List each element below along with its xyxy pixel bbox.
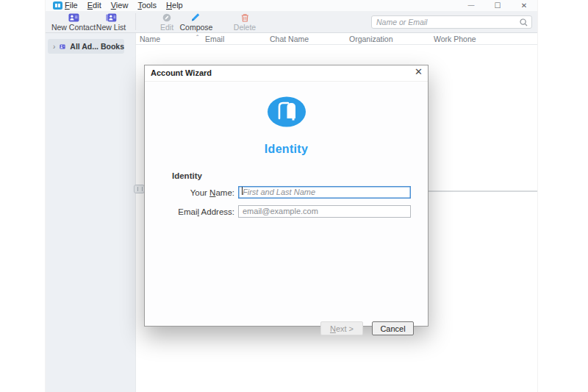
menu-view[interactable]: View xyxy=(111,1,129,10)
column-header-row: Name ˆ Email Chat Name Organization Work… xyxy=(136,33,537,45)
sort-ascending-icon: ˆ xyxy=(196,35,198,43)
column-email[interactable]: Email xyxy=(205,35,224,43)
close-icon[interactable]: ✕ xyxy=(511,0,537,11)
dialog-body: Identity Identity Your Name: Email Addre… xyxy=(145,81,428,326)
account-wizard-dialog: Account Wizard ✕ Identity Identity Your … xyxy=(144,65,429,327)
contact-list-icon xyxy=(105,13,116,22)
menu-edit[interactable]: Edit xyxy=(87,1,101,10)
expander-icon[interactable]: › xyxy=(53,43,55,51)
edit-button: Edit xyxy=(160,13,173,32)
toolbar-separator xyxy=(135,13,136,30)
thunderbird-mailbox-icon xyxy=(267,96,306,128)
your-name-field-wrap xyxy=(238,185,411,197)
contact-card-icon xyxy=(68,13,79,22)
column-organization[interactable]: Organization xyxy=(349,35,393,43)
text-caret xyxy=(242,187,243,195)
edit-label: Edit xyxy=(160,23,173,32)
email-address-label: Email Address: xyxy=(145,207,234,216)
sidebar: › All Ad... Books xyxy=(46,33,135,392)
search-icon xyxy=(520,18,528,26)
cancel-button[interactable]: Cancel xyxy=(372,321,414,335)
compose-pencil-icon xyxy=(191,13,201,22)
identity-section-label: Identity xyxy=(172,171,202,180)
dialog-title: Account Wizard xyxy=(151,68,212,77)
column-name[interactable]: Name xyxy=(140,35,160,43)
compose-button[interactable]: Compose xyxy=(180,13,213,32)
compose-label: Compose xyxy=(180,23,213,32)
minimize-icon[interactable]: — xyxy=(458,0,484,11)
desktop: File Edit View Tools Help — ☐ ✕ New Cont… xyxy=(0,0,588,392)
trash-icon xyxy=(240,13,248,22)
new-contact-label: New Contact xyxy=(51,23,96,32)
maximize-icon[interactable]: ☐ xyxy=(484,0,511,11)
column-work-phone[interactable]: Work Phone xyxy=(434,35,476,43)
menu-tools[interactable]: Tools xyxy=(137,1,157,10)
window-controls: — ☐ ✕ xyxy=(458,0,537,11)
address-book-icon xyxy=(60,43,65,51)
your-name-label: Your Name: xyxy=(145,188,234,197)
column-chat-name[interactable]: Chat Name xyxy=(270,35,309,43)
menu-file[interactable]: File xyxy=(65,1,78,10)
menu-help[interactable]: Help xyxy=(166,1,183,10)
sidebar-item-all-address-books[interactable]: › All Ad... Books xyxy=(48,39,124,54)
dialog-titlebar[interactable]: Account Wizard ✕ xyxy=(145,65,428,81)
app-logo-icon xyxy=(53,1,62,10)
email-address-input[interactable] xyxy=(238,205,411,218)
new-list-button[interactable]: New List xyxy=(96,13,126,32)
next-button: Next > xyxy=(320,321,363,335)
toolbar: New Contact New List Edit Compose xyxy=(46,11,537,33)
dialog-close-icon[interactable]: ✕ xyxy=(415,67,423,76)
search-box xyxy=(371,15,532,29)
menubar: File Edit View Tools Help — ☐ ✕ xyxy=(46,0,537,11)
edit-circle-icon xyxy=(162,13,171,22)
new-list-label: New List xyxy=(96,23,126,32)
wizard-page-heading: Identity xyxy=(145,143,428,156)
your-name-input[interactable] xyxy=(238,186,411,199)
new-contact-button[interactable]: New Contact xyxy=(51,13,96,32)
search-input[interactable] xyxy=(376,16,516,28)
menu-items: File Edit View Tools Help xyxy=(65,1,183,10)
delete-button: Delete xyxy=(234,13,256,32)
splitter-grip[interactable] xyxy=(134,185,145,193)
sidebar-item-label: All Ad... Books xyxy=(70,42,124,51)
delete-label: Delete xyxy=(234,23,256,32)
email-address-field-wrap xyxy=(238,204,411,216)
